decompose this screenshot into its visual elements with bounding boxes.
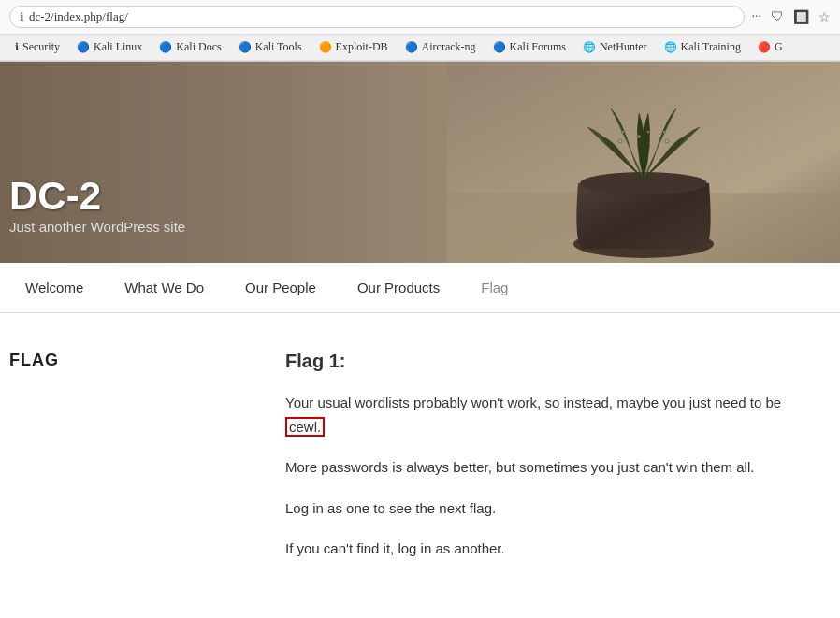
bookmark-security[interactable]: ℹ Security bbox=[7, 37, 67, 57]
bookmark-exploit-db[interactable]: 🟠 Exploit-DB bbox=[311, 37, 396, 57]
g-icon: 🔴 bbox=[758, 41, 771, 53]
flag-paragraph-4: If you can't find it, log in as another. bbox=[285, 537, 812, 561]
site-header: DC-2 Just another WordPress site bbox=[0, 62, 840, 263]
nav-item-our-products: Our Products bbox=[337, 263, 460, 312]
bookmark-kali-forums-label: Kali Forums bbox=[510, 40, 566, 54]
nav-link-flag[interactable]: Flag bbox=[460, 263, 529, 312]
nav-item-our-people: Our People bbox=[224, 263, 337, 312]
security-icon: ℹ bbox=[15, 41, 19, 53]
kali-forums-icon: 🔵 bbox=[493, 41, 506, 53]
bookmark-kali-tools-label: Kali Tools bbox=[255, 40, 302, 54]
bookmark-nethunter-label: NetHunter bbox=[600, 40, 647, 54]
nav-link-welcome[interactable]: Welcome bbox=[5, 263, 104, 312]
bookmark-g-label: G bbox=[775, 40, 783, 54]
content-area: Flag 1: Your usual wordlists probably wo… bbox=[285, 351, 831, 578]
nethunter-icon: 🌐 bbox=[583, 41, 596, 53]
kali-tools-icon: 🔵 bbox=[239, 41, 252, 53]
nav-link-our-products[interactable]: Our Products bbox=[337, 263, 460, 312]
nav-link-our-people[interactable]: Our People bbox=[224, 263, 337, 312]
exploit-db-icon: 🟠 bbox=[319, 41, 332, 53]
site-navigation: Welcome What We Do Our People Our Produc… bbox=[0, 263, 840, 313]
sidebar-title: FLAG bbox=[9, 351, 267, 370]
site-title-area: DC-2 Just another WordPress site bbox=[9, 174, 185, 235]
flag-paragraph-3: Log in as one to see the next flag. bbox=[285, 496, 812, 521]
more-icon[interactable]: ··· bbox=[752, 9, 762, 25]
flag-paragraph-1: Your usual wordlists probably won't work… bbox=[285, 391, 812, 438]
bookmark-kali-docs-label: Kali Docs bbox=[176, 40, 221, 54]
paragraph1-before: Your usual wordlists probably won't work… bbox=[285, 395, 781, 410]
sidebar: FLAG bbox=[5, 351, 267, 578]
wordpress-icon[interactable]: 🔲 bbox=[793, 9, 809, 25]
bookmark-kali-tools[interactable]: 🔵 Kali Tools bbox=[231, 37, 310, 57]
bookmark-aircrack[interactable]: 🔵 Aircrack-ng bbox=[398, 37, 484, 57]
url-bar[interactable]: ℹ dc-2/index.php/flag/ bbox=[9, 6, 745, 28]
bookmark-exploit-db-label: Exploit-DB bbox=[336, 40, 388, 54]
info-icon: ℹ bbox=[20, 10, 24, 24]
flag-paragraph-2: More passwords is always better, but som… bbox=[285, 455, 812, 480]
bookmark-nethunter[interactable]: 🌐 NetHunter bbox=[575, 37, 655, 57]
site-title: DC-2 bbox=[9, 174, 185, 219]
main-content: FLAG Flag 1: Your usual wordlists probab… bbox=[0, 313, 840, 615]
bookmark-star-icon[interactable]: ☆ bbox=[818, 9, 831, 25]
url-text: dc-2/index.php/flag/ bbox=[29, 9, 128, 24]
bookmark-kali-training[interactable]: 🌐 Kali Training bbox=[657, 37, 748, 57]
browser-chrome: ℹ dc-2/index.php/flag/ ··· 🛡 🔲 ☆ ℹ Secur… bbox=[0, 0, 840, 62]
address-bar: ℹ dc-2/index.php/flag/ ··· 🛡 🔲 ☆ bbox=[0, 0, 840, 35]
bookmarks-bar: ℹ Security 🔵 Kali Linux 🔵 Kali Docs 🔵 Ka… bbox=[0, 35, 840, 61]
bookmark-kali-linux-label: Kali Linux bbox=[94, 40, 142, 54]
cewl-highlight: cewl. bbox=[285, 417, 325, 437]
browser-actions: ··· 🛡 🔲 ☆ bbox=[752, 9, 832, 25]
bookmark-kali-docs[interactable]: 🔵 Kali Docs bbox=[152, 37, 228, 57]
site-tagline: Just another WordPress site bbox=[9, 219, 185, 235]
bookmark-security-label: Security bbox=[22, 40, 60, 54]
kali-docs-icon: 🔵 bbox=[159, 41, 172, 53]
nav-item-flag: Flag bbox=[460, 263, 529, 312]
bookmark-g[interactable]: 🔴 G bbox=[750, 37, 790, 57]
kali-linux-icon: 🔵 bbox=[77, 41, 90, 53]
bookmark-kali-forums[interactable]: 🔵 Kali Forums bbox=[485, 37, 573, 57]
flag-section-title: Flag 1: bbox=[285, 351, 812, 372]
bookmark-kali-training-label: Kali Training bbox=[681, 40, 741, 54]
shield-icon[interactable]: 🛡 bbox=[771, 9, 784, 25]
bookmark-kali-linux[interactable]: 🔵 Kali Linux bbox=[69, 37, 150, 57]
aircrack-icon: 🔵 bbox=[405, 41, 418, 53]
kali-training-icon: 🌐 bbox=[664, 41, 677, 53]
bookmark-aircrack-label: Aircrack-ng bbox=[422, 40, 476, 54]
nav-link-what-we-do[interactable]: What We Do bbox=[104, 263, 224, 312]
nav-item-what-we-do: What We Do bbox=[104, 263, 224, 312]
nav-list: Welcome What We Do Our People Our Produc… bbox=[5, 263, 835, 312]
nav-item-welcome: Welcome bbox=[5, 263, 104, 312]
